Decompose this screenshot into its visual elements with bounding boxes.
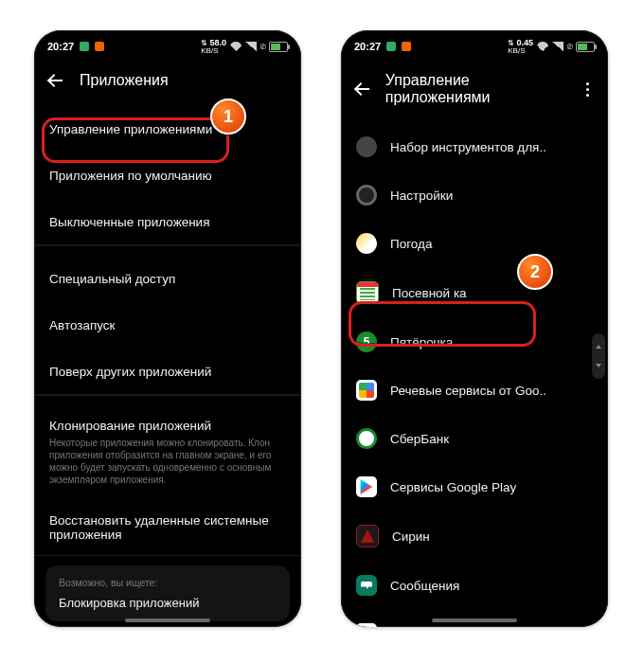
row-disabled-apps[interactable]: Выключенные приложения [34,199,301,245]
scroll-handle[interactable] [592,333,605,379]
app-row-weather[interactable]: Погода [341,220,608,268]
status-app-icon [402,42,411,51]
status-net-speed: ⇅ 0.45KB/S [508,39,533,55]
row-clone[interactable]: Клонирование приложений Некоторые прилож… [34,405,301,500]
app-row-sber[interactable]: СберБанк [341,415,608,463]
app-label: Речевые сервисы от Goo.. [390,384,593,398]
row-restore[interactable]: Восстановить удаленные системные приложе… [34,500,301,556]
sim-icon: ⎚ [567,42,572,51]
suggest-label: Возможно, вы ищете: [59,577,277,588]
row-manage-apps[interactable]: Управление приложениями [34,106,301,152]
app-row-calendar[interactable]: Посевной ка [341,268,608,318]
row-overlay[interactable]: Поверх других приложений [34,349,301,395]
back-icon[interactable] [47,72,64,89]
header: Управление приложениями [341,59,608,123]
comm-icon [356,623,377,627]
status-net-speed: ⇅ 58.0KB/S [201,39,226,55]
google-icon [356,380,377,401]
settings-icon [356,185,377,206]
nav-pill[interactable] [432,618,517,622]
app-label: Посевной ка [392,286,593,300]
status-app-icon [386,42,396,51]
status-bar: 20:27 ⇅ 58.0KB/S ⎚ [34,30,301,59]
app-row-pyat[interactable]: 5Пятёрочка [341,318,608,367]
app-row-play[interactable]: Сервисы Google Play [341,463,608,511]
app-label: Пятёрочка [390,335,593,349]
toolkit-icon [356,136,377,157]
app-row-msg[interactable]: Сообщения [341,562,608,610]
row-default-apps[interactable]: Приложения по умолчанию [34,152,301,199]
app-row-sirin[interactable]: Сирин [341,511,608,562]
status-bar: 20:27 ⇅ 0.45KB/S ⎚ [341,30,608,59]
app-label: Настройки [390,188,593,203]
play-icon [356,476,377,497]
page-title: Управление приложениями [385,72,565,106]
app-label: Сообщения [390,579,593,593]
search-suggest-card: Возможно, вы ищете: Блокировка приложени… [45,565,290,621]
signal-icon [245,42,257,51]
pyat-icon: 5 [356,332,377,352]
app-label: СберБанк [390,432,593,446]
page-title: Приложения [80,72,169,89]
weather-icon [356,233,377,254]
status-app-icon [95,42,104,51]
app-row-toolkit[interactable]: Набор инструментов для.. [341,123,608,171]
header: Приложения [34,59,301,106]
status-time: 20:27 [47,41,74,52]
app-row-settings[interactable]: Настройки [341,171,608,220]
signal-icon [552,42,564,51]
nav-pill[interactable] [125,618,210,622]
back-icon[interactable] [354,81,370,98]
app-row-google[interactable]: Речевые сервисы от Goo.. [341,367,608,415]
sim-icon: ⎚ [260,42,265,51]
wifi-icon [537,42,548,51]
suggest-option[interactable]: Блокировка приложений [59,596,277,610]
phone-screen-left: 20:27 ⇅ 58.0KB/S ⎚ Приложения Управление… [34,30,301,627]
app-label: Сервисы Google Play [390,480,593,494]
app-label: Погода [390,237,593,251]
calendar-icon [356,281,379,304]
row-autostart[interactable]: Автозапуск [34,302,301,349]
app-label: Сирин [392,529,593,544]
app-label: Сообщество [390,627,593,628]
status-app-icon [80,42,89,51]
sirin-icon [356,525,379,547]
msg-icon [356,575,377,596]
app-label: Набор инструментов для.. [390,140,593,154]
sber-icon [356,428,377,449]
phone-screen-right: 20:27 ⇅ 0.45KB/S ⎚ Управление приложения… [341,30,608,627]
row-special-access[interactable]: Специальный доступ [34,256,301,302]
status-time: 20:27 [354,41,381,52]
wifi-icon [230,42,242,51]
overflow-menu-icon[interactable] [581,82,595,97]
